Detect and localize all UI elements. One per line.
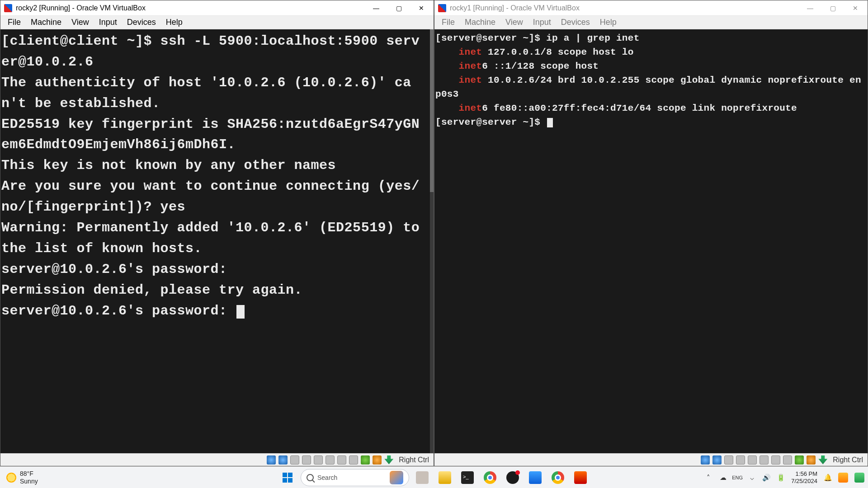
minimize-button[interactable]: —: [799, 0, 821, 15]
chrome-icon: [552, 471, 564, 484]
hostkey-indicator-icon[interactable]: [818, 455, 827, 465]
menubar-rocky2: FileMachineViewInputDevicesHelp: [0, 16, 434, 29]
file-explorer-button[interactable]: [435, 468, 454, 487]
tray-overflow-icon[interactable]: ˄: [704, 474, 712, 482]
menu-machine[interactable]: Machine: [460, 17, 500, 28]
optical-icon[interactable]: [278, 455, 288, 465]
display-icon[interactable]: [771, 455, 780, 465]
network-icon[interactable]: [302, 455, 311, 465]
battery-icon[interactable]: 🔋: [777, 474, 785, 482]
taskbar-search[interactable]: Search: [301, 469, 409, 486]
weather-desc: Sunny: [20, 478, 38, 485]
tray-accent-1-icon[interactable]: [838, 473, 848, 483]
scrollbar[interactable]: [430, 29, 434, 453]
vbox-statusbar-rocky2: Right Ctrl: [0, 453, 434, 466]
virtualbox-icon: [529, 471, 542, 484]
titlebar-rocky2[interactable]: rocky2 [Running] - Oracle VM VirtualBox …: [0, 0, 434, 16]
mouse-integration-icon[interactable]: [373, 455, 382, 465]
close-button[interactable]: ✕: [844, 0, 867, 15]
minimize-button[interactable]: —: [365, 0, 387, 15]
mouse-integration-icon[interactable]: [807, 455, 816, 465]
obs-icon: [506, 471, 519, 484]
menubar-rocky1: FileMachineViewInputDevicesHelp: [434, 16, 868, 29]
menu-devices[interactable]: Devices: [557, 17, 594, 28]
shared-folders-icon[interactable]: [326, 455, 335, 465]
cpu-icon[interactable]: [361, 455, 370, 465]
cursor-icon: [547, 118, 553, 127]
folder-icon: [439, 471, 451, 484]
start-button[interactable]: [278, 468, 297, 487]
chrome-icon: [484, 471, 496, 484]
close-button[interactable]: ✕: [410, 0, 433, 15]
language-icon[interactable]: ENG: [733, 474, 741, 482]
cursor-icon: [236, 305, 245, 319]
network-icon[interactable]: [736, 455, 745, 465]
wifi-icon[interactable]: ⌵: [748, 474, 756, 482]
search-highlight-icon: [390, 471, 403, 484]
obs-button[interactable]: [503, 468, 522, 487]
recording-icon[interactable]: [349, 455, 358, 465]
vbox-window-rocky2: rocky2 [Running] - Oracle VM VirtualBox …: [0, 0, 434, 466]
optical-icon[interactable]: [712, 455, 722, 465]
windows-taskbar: 88°F Sunny Search ˄ ☁ ENG ⌵ 🔊: [0, 466, 868, 488]
menu-input[interactable]: Input: [528, 17, 556, 28]
menu-machine[interactable]: Machine: [26, 17, 66, 28]
menu-devices[interactable]: Devices: [123, 17, 160, 28]
hdd-icon[interactable]: [701, 455, 710, 465]
usb-icon[interactable]: [314, 455, 323, 465]
maximize-button[interactable]: ▢: [387, 0, 410, 15]
volume-icon[interactable]: 🔊: [762, 474, 770, 482]
sun-icon: [6, 473, 16, 483]
tray-accent-2-icon[interactable]: [854, 473, 864, 483]
vbox-window-rocky1: rocky1 [Running] - Oracle VM VirtualBox …: [434, 0, 868, 466]
task-view-button[interactable]: [413, 468, 432, 487]
image-app-button[interactable]: [571, 468, 590, 487]
hostkey-indicator-icon[interactable]: [384, 455, 393, 465]
titlebar-rocky1[interactable]: rocky1 [Running] - Oracle VM VirtualBox …: [434, 0, 868, 16]
taskview-icon: [416, 471, 429, 484]
clock-date: 7/25/2024: [791, 478, 817, 485]
menu-view[interactable]: View: [501, 17, 528, 28]
vbox-statusbar-rocky1: Right Ctrl: [434, 453, 868, 466]
windows-logo-icon: [283, 473, 292, 483]
notifications-icon[interactable]: 🔔: [824, 474, 832, 482]
taskbar-clock[interactable]: 1:56 PM 7/25/2024: [791, 470, 817, 484]
display-icon[interactable]: [337, 455, 346, 465]
terminal-rocky1[interactable]: [server@server ~]$ ip a | grep inet inet…: [434, 29, 868, 453]
menu-input[interactable]: Input: [94, 17, 122, 28]
usb-icon[interactable]: [748, 455, 757, 465]
hdd-icon[interactable]: [267, 455, 276, 465]
search-placeholder: Search: [317, 474, 337, 481]
virtualbox-icon: [4, 4, 12, 12]
menu-file[interactable]: File: [3, 17, 25, 28]
chrome-button[interactable]: [481, 468, 500, 487]
menu-help[interactable]: Help: [161, 17, 187, 28]
menu-view[interactable]: View: [67, 17, 94, 28]
chrome-button-2[interactable]: [548, 468, 567, 487]
terminal-icon: [461, 471, 474, 484]
terminal-rocky2[interactable]: [client@client ~]$ ssh -L 5900:localhost…: [0, 29, 430, 453]
weather-temp: 88°F: [20, 470, 38, 477]
weather-widget[interactable]: 88°F Sunny: [0, 470, 68, 484]
recording-icon[interactable]: [783, 455, 792, 465]
cpu-icon[interactable]: [795, 455, 804, 465]
menu-help[interactable]: Help: [595, 17, 621, 28]
window-title: rocky1 [Running] - Oracle VM VirtualBox: [450, 4, 799, 12]
virtualbox-button[interactable]: [526, 468, 545, 487]
maximize-button[interactable]: ▢: [821, 0, 844, 15]
audio-icon[interactable]: [290, 455, 299, 465]
hostkey-label: Right Ctrl: [399, 456, 429, 464]
clock-time: 1:56 PM: [791, 470, 817, 478]
audio-icon[interactable]: [724, 455, 733, 465]
window-title: rocky2 [Running] - Oracle VM VirtualBox: [16, 4, 365, 12]
menu-file[interactable]: File: [437, 17, 459, 28]
image-app-icon: [574, 471, 587, 484]
virtualbox-icon: [438, 4, 446, 12]
terminal-button[interactable]: [458, 468, 477, 487]
search-icon: [307, 474, 314, 481]
onedrive-icon[interactable]: ☁: [719, 474, 727, 482]
hostkey-label: Right Ctrl: [833, 456, 863, 464]
shared-folders-icon[interactable]: [760, 455, 769, 465]
